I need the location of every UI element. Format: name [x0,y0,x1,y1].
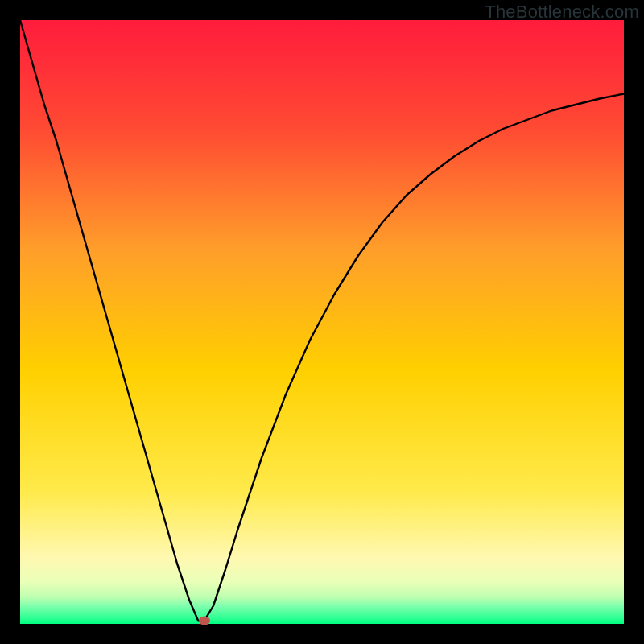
bottleneck-curve [20,20,624,624]
optimum-marker-dot [199,616,210,625]
chart-frame [20,20,624,624]
